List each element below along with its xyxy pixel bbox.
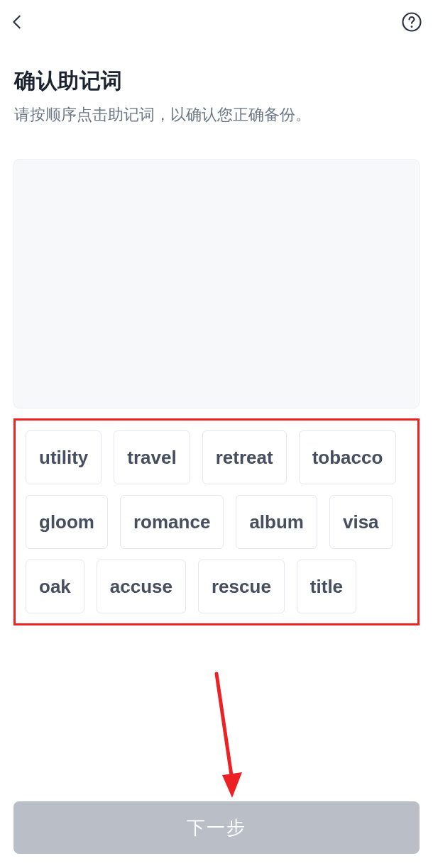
- word-chip-accuse[interactable]: accuse: [97, 560, 186, 613]
- word-chip-album[interactable]: album: [236, 495, 317, 549]
- word-chip-title[interactable]: title: [297, 560, 356, 613]
- svg-point-1: [411, 26, 413, 28]
- page-subtitle: 请按顺序点击助记词，以确认您正确备份。: [14, 103, 419, 126]
- word-chip-romance[interactable]: romance: [120, 495, 224, 549]
- next-button-label: 下一步: [187, 816, 246, 840]
- word-chip-utility[interactable]: utility: [26, 430, 102, 484]
- question-circle-icon: [401, 11, 422, 33]
- chevron-left-icon: [9, 12, 25, 32]
- help-button[interactable]: [399, 9, 424, 35]
- word-chip-visa[interactable]: visa: [329, 495, 393, 549]
- back-button[interactable]: [4, 9, 30, 35]
- next-button[interactable]: 下一步: [13, 801, 420, 854]
- arrow-annotation-icon: [209, 670, 252, 805]
- word-bank: utility travel retreat tobacco gloom rom…: [13, 418, 420, 625]
- svg-line-2: [217, 674, 232, 780]
- word-chip-tobacco[interactable]: tobacco: [299, 430, 397, 484]
- word-chip-oak[interactable]: oak: [26, 560, 84, 613]
- word-chip-rescue[interactable]: rescue: [198, 560, 285, 613]
- page-title: 确认助记词: [14, 67, 419, 96]
- selected-words-box[interactable]: [13, 159, 420, 408]
- word-chip-travel[interactable]: travel: [114, 430, 190, 484]
- word-chip-gloom[interactable]: gloom: [26, 495, 108, 549]
- svg-marker-3: [222, 772, 242, 798]
- word-chip-retreat[interactable]: retreat: [202, 430, 287, 484]
